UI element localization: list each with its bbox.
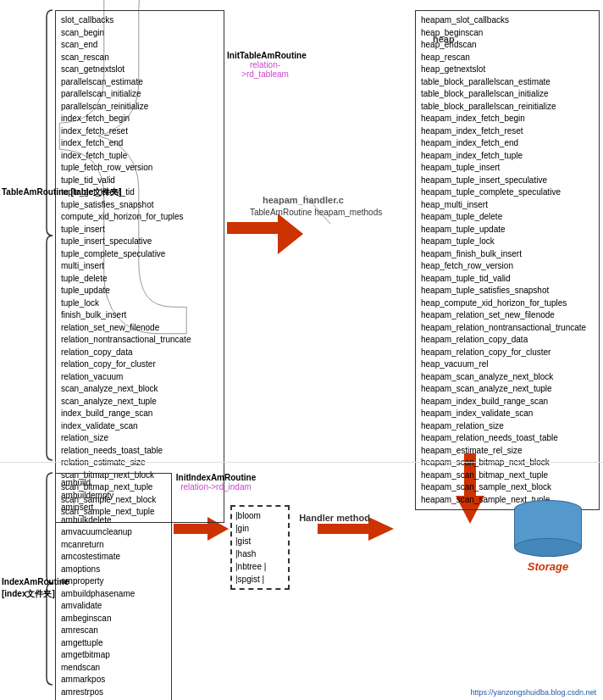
function-item: tuple_insert — [61, 224, 219, 236]
function-item: relation_vacuum — [61, 371, 219, 384]
function-item: tuple_fetch_row_version — [61, 162, 219, 175]
function-item: heapam_tuple_tid_valid — [421, 273, 594, 286]
function-item: heap_beginscan — [421, 27, 594, 40]
function-item: tuple_complete_speculative — [61, 248, 219, 261]
function-item: heap_multi_insert — [421, 199, 594, 212]
function-item: heapam_scan_bitmap_next_tuple — [421, 469, 594, 482]
function-item: heapam_finish_bulk_insert — [421, 248, 594, 261]
function-item: heapam_tuple_satisfies_snapshot — [421, 285, 594, 297]
svg-rect-7 — [318, 524, 368, 534]
function-item: heapam_index_fetch_tuple — [421, 150, 594, 163]
function-item: compute_xid_horizon_for_tuples — [61, 211, 219, 224]
function-item: tuple_delete — [61, 273, 219, 286]
handler-method-label: Handler method — [296, 513, 373, 523]
function-item: scan_analyze_next_tuple — [61, 396, 219, 408]
function-item: heapam_tuple_delete — [421, 211, 594, 224]
section-divider — [0, 462, 603, 463]
function-item: heapam_index_fetch_end — [421, 137, 594, 150]
function-item: heap_vacuum_rel — [421, 358, 594, 371]
function-item: scan_rescan — [61, 52, 219, 64]
function-item: tuple_satisfies_snapshot — [61, 199, 219, 212]
function-item: heap_getnextslot — [421, 64, 594, 76]
function-item: heapam_relation_size — [421, 420, 594, 433]
function-item: amoptions — [61, 564, 166, 576]
function-item: heapam_tuple_insert_speculative — [421, 175, 594, 187]
function-item: heapam_relation_copy_data — [421, 334, 594, 347]
function-item: amrestrpos — [61, 686, 166, 699]
function-item: finish_bulk_insert — [61, 309, 219, 322]
function-item: heapam_estimate_rel_size — [421, 445, 594, 458]
function-item: relation_copy_data — [61, 347, 219, 359]
init-indexam-section: InitIndexAmRoutine relation->rd_indam — [174, 473, 258, 492]
function-item: heapam_index_fetch_reset — [421, 125, 594, 138]
function-item: parallelscan_reinitialize — [61, 101, 219, 114]
function-item: slot_callbacks — [61, 14, 219, 27]
function-item: index_validate_scan — [61, 420, 219, 433]
function-item: scan_end — [61, 39, 219, 52]
function-item: relation_nontransactional_truncate — [61, 334, 219, 347]
relation-indexam-label: relation->rd_indam — [174, 482, 258, 492]
diagram: { slot_callbacksscan_beginscan_endscan_r… — [0, 0, 603, 700]
index-method-item: |bloom — [235, 509, 285, 522]
function-item: heapam_relation_nontransactional_truncat… — [421, 322, 594, 335]
dashed-methods-list: |bloom|gin|gist|hash|nbtree ||spgist | — [235, 509, 285, 586]
function-item: table_block_parallelscan_initialize — [421, 88, 594, 101]
init-tableam-section: InitTableAmRoutine relation->rd_tableam — [227, 51, 303, 79]
function-item: scan_getnextslot — [61, 64, 219, 76]
function-item: heapam_index_build_range_scan — [421, 396, 594, 408]
function-item: heapam_scan_analyze_next_block — [421, 371, 594, 384]
function-item: relation_size — [61, 432, 219, 445]
index-method-item: |nbtree | — [235, 560, 285, 573]
function-item: amcostestimate — [61, 551, 166, 564]
storage-shape: Storage — [510, 500, 586, 568]
function-item: heapam_scan_sample_next_block — [421, 481, 594, 494]
function-item: tuple_update — [61, 285, 219, 297]
function-item: multi_insert — [61, 260, 219, 273]
function-item: amgettuple — [61, 637, 166, 650]
index-methods-box: |bloom|gin|gist|hash|nbtree ||spgist | — [230, 505, 290, 590]
function-item: heapam_relation_copy_for_cluster — [421, 347, 594, 359]
index-method-item: |gist — [235, 535, 285, 547]
function-item: ambuildempty — [61, 490, 166, 503]
function-item: heapam_tuple_complete_speculative — [421, 186, 594, 199]
storage-label: Storage — [510, 560, 586, 573]
top-left-function-list: slot_callbacksscan_beginscan_endscan_res… — [61, 14, 219, 519]
function-item: heapam_scan_bitmap_next_block — [421, 457, 594, 469]
function-item: tuple_tid_valid — [61, 175, 219, 187]
svg-marker-2 — [278, 214, 303, 254]
function-item: heapam_index_fetch_begin — [421, 113, 594, 125]
function-item: amrescan — [61, 625, 166, 637]
index-method-item: |gin — [235, 522, 285, 535]
function-item: amvacuumcleanup — [61, 526, 166, 539]
function-item: relation_copy_for_cluster — [61, 358, 219, 371]
function-item: table_block_parallelscan_reinitialize — [421, 101, 594, 114]
function-item: table_block_parallelscan_estimate — [421, 76, 594, 89]
function-item: parallelscan_estimate — [61, 76, 219, 89]
function-item: mendscan — [61, 662, 166, 675]
function-item: index_fetch_begin — [61, 113, 219, 125]
function-item: heapam_slot_callbacks — [421, 14, 594, 27]
indexam-functions-box: ambuildambuildemptyaminsertambulkdeletea… — [55, 473, 172, 700]
tableam-functions-box: slot_callbacksscan_beginscan_endscan_res… — [55, 10, 224, 523]
function-item: aminsert — [61, 502, 166, 514]
function-item: index_fetch_tuple — [61, 150, 219, 163]
function-item: index_build_range_scan — [61, 408, 219, 420]
function-item: tuple_insert_speculative — [61, 236, 219, 248]
svg-rect-5 — [174, 524, 207, 534]
function-item: mcanreturn — [61, 539, 166, 552]
heap-functions-box: heapam_slot_callbacksheap_beginscanheap_… — [415, 10, 600, 510]
tableam-routine-label: TableAmRoutine [table文件夹] — [2, 186, 121, 198]
bottom-left-function-list: ambuildambuildemptyaminsertambulkdeletea… — [61, 477, 166, 700]
function-item: index_fetch_end — [61, 137, 219, 150]
function-item: amproperty — [61, 575, 166, 588]
function-item: ambuild — [61, 477, 166, 490]
function-item: tuple_lock — [61, 297, 219, 310]
function-item: scan_analyze_next_block — [61, 383, 219, 396]
function-item: heapam_scan_analyze_next_tuple — [421, 383, 594, 396]
function-item: heapam_tuple_insert — [421, 162, 594, 175]
function-item: amgetbitmap — [61, 649, 166, 662]
function-item: parallelscan_initialize — [61, 88, 219, 101]
indexam-routine-label: IndexAmRoutine [index文件夹] — [2, 576, 69, 600]
function-item: relation_estimate_size — [61, 457, 219, 469]
function-item: heapam_index_validate_scan — [421, 408, 594, 420]
